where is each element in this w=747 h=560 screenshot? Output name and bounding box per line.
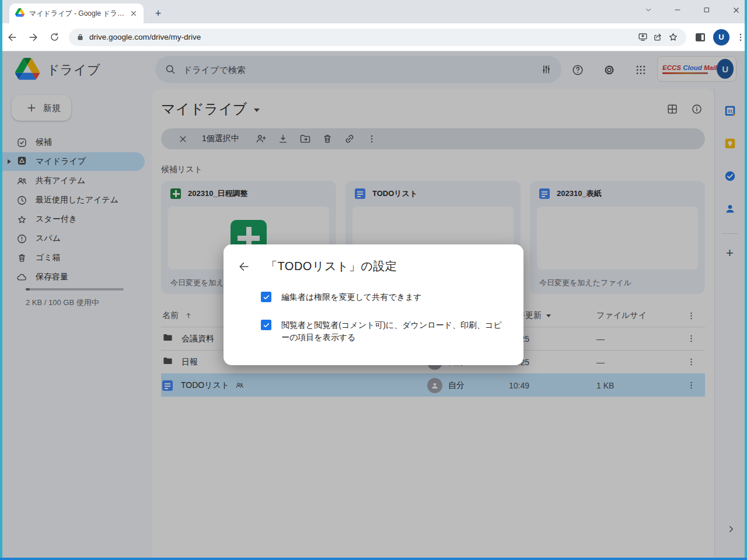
drive-favicon-icon [15,8,25,19]
tab-title: マイドライブ - Google ドライブ [29,9,128,19]
side-panel-icon[interactable] [693,30,707,44]
toolbar-right: U [693,29,746,46]
settings-dialog: 「TODOリスト」の設定 編集者は権限を変更して共有できます 閲覧者と閲覧者(コ… [224,244,523,365]
checkbox-editors-can-share[interactable] [261,292,271,302]
url-text: drive.google.com/drive/my-drive [89,33,635,41]
dialog-back-icon[interactable] [238,260,250,273]
new-tab-button[interactable]: + [151,6,166,21]
browser-avatar[interactable]: U [713,29,729,46]
window-chevron-icon[interactable] [641,2,656,18]
tab-strip: マイドライブ - Google ドライブ + [0,0,747,23]
back-button[interactable] [4,29,21,46]
window-maximize-button[interactable] [699,2,714,18]
window-border [0,558,747,560]
share-icon[interactable] [650,30,665,45]
checkbox-viewers-can-download[interactable] [261,320,271,330]
bookmark-star-icon[interactable] [665,30,680,45]
install-icon[interactable] [635,30,650,45]
dialog-title: 「TODOリスト」の設定 [266,258,397,274]
window-close-button[interactable] [728,2,743,18]
tab-close-icon[interactable] [128,8,139,19]
browser-tab[interactable]: マイドライブ - Google ドライブ [9,4,144,23]
window-border [0,0,2,560]
reload-button[interactable] [46,29,63,46]
browser-toolbar: drive.google.com/drive/my-drive U [0,23,747,51]
window-border [745,0,747,560]
window-minimize-button[interactable] [670,2,685,18]
address-bar[interactable]: drive.google.com/drive/my-drive [69,29,686,46]
checkbox-label: 編集者は権限を変更して共有できます [281,291,508,303]
forward-button[interactable] [25,29,42,46]
lock-icon [76,33,85,41]
checkbox-label: 閲覧者と閲覧者(コメント可)に、ダウンロード、印刷、コピーの項目を表示する [281,319,508,344]
window-controls [641,2,743,18]
